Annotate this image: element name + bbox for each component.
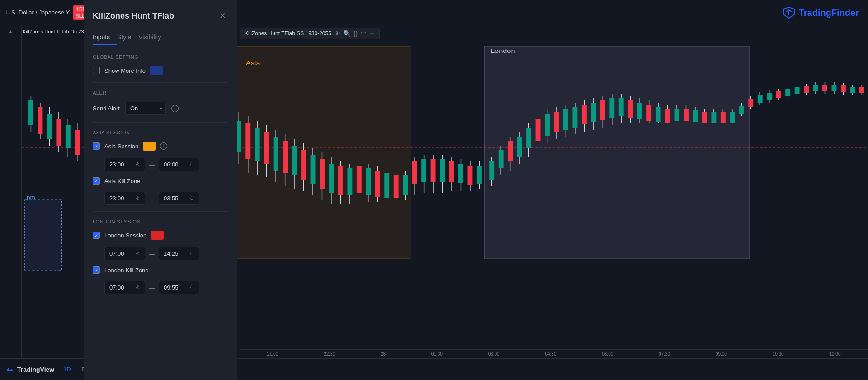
svg-rect-9: [66, 125, 71, 148]
send-alert-label: Send Alert: [93, 105, 120, 112]
london-kill-zone-checkbox[interactable]: ✓: [93, 266, 100, 274]
svg-rect-153: [739, 106, 744, 114]
svg-rect-95: [467, 166, 472, 185]
svg-rect-75: [375, 171, 380, 197]
london-session-row: ✓ London Session: [93, 231, 228, 240]
eye-crossed-icon[interactable]: 🔍: [343, 30, 351, 37]
london-kill-zone-time-row: 07:00 ⏱ — 09:55 ⏱: [104, 281, 228, 294]
divider-1: [93, 82, 228, 83]
svg-rect-51: [264, 132, 269, 164]
london-clock-icon-2: ⏱: [190, 251, 194, 256]
london-kill-zone-end-time[interactable]: 09:55 ⏱: [159, 281, 199, 294]
modal-tabs: Inputs Style Visibility: [84, 30, 237, 45]
time-separator-3: —: [149, 250, 155, 257]
modal-panel: KillZones Hunt TFlab ✕ Inputs Style Visi…: [84, 0, 237, 380]
timeframe-1d[interactable]: 1D: [61, 365, 73, 374]
london-session-checkbox[interactable]: ✓: [93, 232, 100, 239]
time-label-2: 28: [381, 352, 386, 356]
london-clock-icon-1: ⏱: [136, 251, 140, 256]
divider-2: [93, 122, 228, 123]
tab-style[interactable]: Style: [117, 30, 138, 45]
london-session-end-time[interactable]: 14:25 ⏱: [159, 247, 199, 260]
send-alert-select[interactable]: On Off: [125, 102, 166, 115]
time-label-6: 06:00: [602, 352, 613, 356]
time-label-3: 01:30: [431, 352, 443, 356]
svg-rect-87: [431, 159, 436, 182]
svg-rect-7: [56, 119, 61, 146]
asia-session-info-icon[interactable]: i: [160, 142, 167, 150]
asia-kill-zone-time-row: 23:00 ⏱ — 03:55 ⏱: [104, 192, 228, 205]
svg-rect-173: [831, 85, 836, 91]
svg-rect-169: [813, 85, 818, 91]
more-icon[interactable]: ···: [369, 30, 375, 37]
instrument-name: U.S. Dollar / Japanese Y: [5, 9, 70, 16]
london-checkbox-icon: ✓: [94, 233, 98, 238]
show-more-info-checkbox[interactable]: [93, 67, 100, 74]
svg-rect-107: [526, 128, 531, 148]
svg-rect-67: [338, 166, 343, 195]
svg-rect-131: [637, 103, 642, 119]
eye-icon[interactable]: 👁: [334, 30, 340, 37]
global-setting-label: GLOBAL SETTING: [93, 54, 228, 60]
asia-session-color[interactable]: [143, 142, 156, 151]
svg-rect-163: [785, 89, 790, 96]
show-more-info-label: Show More Info: [104, 67, 146, 74]
svg-rect-149: [721, 112, 726, 123]
london-session-color[interactable]: [151, 231, 164, 240]
svg-rect-1: [28, 100, 33, 125]
svg-rect-157: [758, 95, 763, 103]
svg-rect-165: [795, 87, 800, 94]
time-separator-2: —: [149, 195, 155, 202]
svg-rect-113: [554, 112, 559, 132]
time-label-4: 03:00: [488, 352, 500, 356]
asia-session-time-row: 23:00 ⏱ — 06:00 ⏱: [104, 158, 228, 171]
svg-rect-93: [458, 164, 463, 183]
tab-inputs[interactable]: Inputs: [93, 30, 117, 45]
svg-rect-133: [646, 105, 651, 121]
send-alert-select-wrapper: On Off: [125, 102, 166, 115]
asia-session-row: ✓ Asia Session i: [93, 142, 228, 151]
svg-rect-111: [545, 114, 550, 136]
modal-close-button[interactable]: ✕: [217, 9, 228, 23]
modal-header: KillZones Hunt TFlab ✕: [84, 0, 237, 23]
asia-kill-zone-checkbox[interactable]: ✓: [93, 177, 100, 185]
time-label-8: 09:00: [716, 352, 727, 356]
time-label-10: 12:00: [829, 352, 840, 356]
asia-kill-zone-start-time[interactable]: 23:00 ⏱: [104, 192, 145, 205]
left-sidebar: ▲: [0, 25, 22, 380]
send-alert-row: Send Alert On Off i: [93, 102, 228, 115]
asia-session-checkbox[interactable]: ✓: [93, 142, 100, 150]
asia-kill-zone-end-time[interactable]: 03:55 ⏱: [159, 192, 199, 205]
tab-visibility[interactable]: Visibility: [138, 30, 168, 45]
sidebar-up-arrow[interactable]: ▲: [0, 25, 21, 38]
svg-rect-77: [384, 173, 389, 198]
svg-rect-59: [301, 150, 306, 180]
svg-rect-137: [665, 109, 670, 123]
time-label-9: 10:30: [773, 352, 784, 356]
svg-rect-101: [499, 150, 504, 168]
london-kill-zone-row: ✓ London Kill Zone: [93, 266, 228, 274]
svg-rect-129: [628, 100, 633, 118]
asia-session-end-time[interactable]: 06:00 ⏱: [159, 158, 199, 171]
london-session-start-time[interactable]: 07:00 ⏱: [104, 247, 145, 260]
delete-icon[interactable]: 🗑: [360, 30, 367, 37]
alert-info-icon[interactable]: i: [171, 105, 179, 112]
asia-session-setting-label: Asia Session: [104, 143, 138, 150]
asia-checkbox-icon: ✓: [94, 144, 98, 149]
svg-rect-109: [536, 119, 541, 141]
modal-title: KillZones Hunt TFlab: [93, 11, 174, 21]
pm-label: pm: [27, 195, 35, 200]
svg-rect-11: [75, 130, 80, 155]
tradingview-logo: TradingView: [5, 365, 54, 374]
asia-zone-label: Asia: [246, 60, 260, 66]
svg-rect-61: [311, 155, 316, 184]
london-kill-zone-start-time[interactable]: 07:00 ⏱: [104, 281, 145, 294]
show-more-info-color[interactable]: [150, 66, 163, 75]
svg-rect-3: [38, 107, 42, 134]
svg-rect-141: [684, 109, 689, 121]
asia-session-start-time[interactable]: 23:00 ⏱: [104, 158, 145, 171]
asia-kill-zone-check-icon: ✓: [94, 179, 98, 184]
code-icon[interactable]: {}: [354, 30, 358, 37]
svg-rect-119: [582, 105, 587, 124]
svg-rect-49: [255, 128, 260, 162]
